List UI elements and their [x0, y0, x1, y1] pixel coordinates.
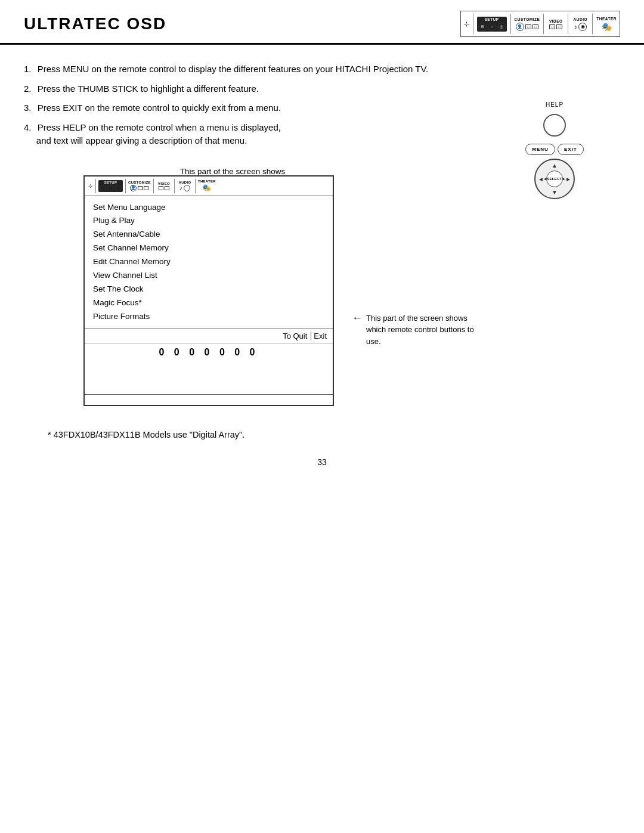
osd-section-theater: THEATER 🎭 — [596, 17, 617, 32]
tv-setup-label: SETUP — [104, 181, 117, 184]
osd-section-setup: SETUP ⚙ ○ ◎ — [477, 17, 507, 32]
annotation-right-text: This part of the screen shows which remo… — [366, 312, 477, 348]
osd-cust-icon-3: □ — [532, 24, 538, 29]
tv-osd-bar: ⊹ SETUP CUSTOMIZE — [85, 176, 333, 196]
instruction-2-text: Press the THUMB STICK to highlight a dif… — [38, 83, 259, 94]
tv-osd-customize: CUSTOMIZE 👤 — [128, 181, 151, 191]
page-title: ULTRATEC OSD — [24, 14, 166, 33]
osd-divider-3 — [543, 14, 544, 34]
page-header: ULTRATEC OSD ⊹ SETUP ⚙ ○ ◎ CUSTOMIZE 👤 □… — [0, 0, 644, 45]
tv-setup-icons — [100, 185, 122, 191]
osd-section-video: VIDEO □ □ — [547, 19, 564, 29]
remote-exit-btn: EXIT — [558, 144, 584, 155]
tv-screen-wrapper: ⊹ SETUP CUSTOMIZE — [83, 175, 334, 406]
osd-section-customize: CUSTOMIZE 👤 □ □ — [515, 17, 540, 31]
footer-note: * 43FDX10B/43FDX11B Models use "Digital … — [48, 430, 596, 439]
tv-bottom-bar: To Quit Exit — [85, 329, 333, 343]
osd-divider-2 — [510, 14, 511, 34]
screen-diagram-section: This part of the screen shows what selec… — [24, 166, 620, 406]
instruction-2: 2. Press the THUMB STICK to highlight a … — [24, 82, 620, 96]
tv-audio-label: AUDIO — [179, 181, 191, 184]
osd-divider-4 — [568, 14, 568, 34]
main-content: 1. Press MENU on the remote control to d… — [0, 45, 644, 479]
osd-video-icon-1: □ — [549, 24, 555, 29]
tv-setup-icon-3 — [115, 185, 122, 191]
osd-theater-label: THEATER — [596, 17, 617, 21]
cursor-icon: ⊹ — [464, 20, 469, 28]
remote-menu-exit-row: MENU EXIT — [525, 144, 583, 155]
tv-menu-item-3: Set Antenna/Cable — [93, 228, 324, 241]
instruction-1: 1. Press MENU on the remote control to d… — [24, 63, 620, 76]
tv-number-row: 0 0 0 0 0 0 0 — [85, 343, 333, 361]
tv-blank-area — [85, 361, 333, 394]
osd-setup-label: SETUP — [485, 17, 499, 21]
instruction-4-num: 4. — [24, 122, 32, 132]
tv-cust-icon-2 — [138, 186, 143, 190]
tv-menu-item-2: Plug & Play — [93, 214, 324, 228]
tv-menu-item-6: View Channel List — [93, 269, 324, 283]
tv-audio-icon: ♪ — [179, 185, 182, 191]
tv-customize-label: CUSTOMIZE — [128, 181, 151, 184]
tv-menu-item-5: Edit Channel Memory — [93, 255, 324, 269]
tv-osd-theater: THEATER 🎭 — [198, 179, 216, 192]
osd-icon-panel: ⊹ SETUP ⚙ ○ ◎ CUSTOMIZE 👤 □ □ VIDEO — [460, 11, 620, 37]
tv-audio-icon-2 — [184, 185, 190, 191]
tv-osd-video: VIDEO — [156, 182, 172, 190]
tv-osd-setup: SETUP — [98, 180, 123, 192]
tv-video-icons — [159, 186, 169, 190]
tv-video-icon-1 — [159, 186, 163, 190]
tv-osd-audio: AUDIO ♪ — [177, 181, 193, 191]
osd-divider-5 — [592, 14, 593, 34]
tv-theater-icon: 🎭 — [202, 184, 211, 192]
osd-audio-icon-1: ♪ — [574, 23, 578, 30]
osd-video-label: VIDEO — [549, 19, 563, 23]
tv-menu-items: Set Menu Language Plug & Play Set Antenn… — [85, 196, 333, 329]
tv-video-label: VIDEO — [158, 182, 170, 185]
tv-cust-icon-1: 👤 — [130, 185, 137, 191]
tv-exit-label: Exit — [314, 332, 327, 340]
osd-setup-icons: ⚙ ○ ◎ — [478, 23, 506, 31]
osd-audio-icons: ♪ ◉ — [574, 23, 587, 31]
remote-menu-btn: MENU — [525, 144, 555, 155]
tv-to-quit-label: To Quit — [283, 332, 311, 340]
tv-bar-div5 — [195, 179, 196, 193]
tv-menu-item-9: Picture Formats — [93, 310, 324, 324]
osd-cust-icon-1: 👤 — [516, 23, 524, 31]
osd-theater-icon: 🎭 — [602, 22, 612, 32]
tv-customize-icons: 👤 — [130, 185, 148, 191]
osd-icon-3: ◎ — [497, 23, 506, 31]
tv-menu-item-7: Set The Clock — [93, 283, 324, 296]
tv-cust-icon-3 — [144, 186, 148, 190]
tv-audio-icons: ♪ — [179, 185, 190, 191]
instruction-1-num: 1. — [24, 64, 32, 74]
osd-video-icon-2: □ — [556, 24, 562, 29]
remote-circle-help — [543, 114, 566, 137]
tv-menu-item-8: Magic Focus* — [93, 296, 324, 310]
annotation-right-content: ← This part of the screen shows which re… — [352, 312, 477, 348]
osd-section-audio: AUDIO ♪ ◉ — [572, 17, 589, 31]
osd-icon-2: ○ — [488, 23, 496, 31]
osd-cust-icon-2: □ — [525, 24, 531, 29]
tv-setup-icon-2 — [107, 185, 114, 191]
instruction-4-text: Press HELP on the remote control when a … — [24, 122, 281, 146]
osd-video-icons: □ □ — [549, 24, 562, 29]
annotation-right-arrow: ← — [352, 312, 363, 323]
annotation-right: ← This part of the screen shows which re… — [352, 312, 477, 348]
osd-theater-icons: 🎭 — [602, 22, 612, 32]
tv-menu-item-1: Set Menu Language — [93, 201, 324, 215]
remote-help-label: HELP — [546, 101, 564, 108]
tv-cursor-icon: ⊹ — [88, 183, 93, 189]
instruction-2-num: 2. — [24, 83, 32, 94]
instruction-3-text: Press EXIT on the remote control to quic… — [38, 103, 281, 113]
tv-screen: ⊹ SETUP CUSTOMIZE — [83, 175, 334, 406]
tv-bar-div1 — [95, 179, 96, 193]
tv-theater-icons: 🎭 — [202, 184, 211, 192]
tv-bar-div3 — [153, 179, 154, 193]
osd-audio-icon-2: ◉ — [578, 23, 587, 31]
osd-customize-icons: 👤 □ □ — [516, 23, 538, 31]
osd-divider — [473, 14, 473, 34]
instruction-1-text: Press MENU on the remote control to disp… — [38, 64, 429, 74]
tv-video-icon-2 — [165, 186, 169, 190]
tv-bottom-line — [85, 394, 333, 405]
osd-icon-1: ⚙ — [478, 23, 487, 31]
